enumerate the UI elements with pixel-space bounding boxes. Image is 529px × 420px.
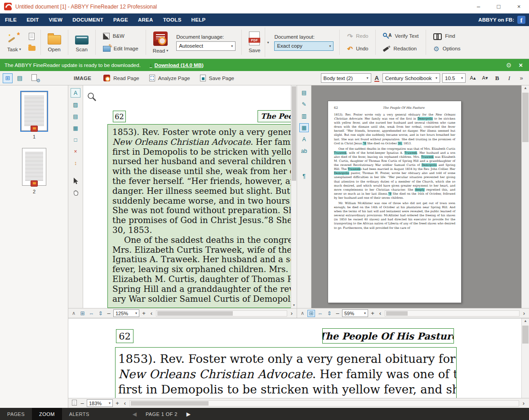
zoom-in-button[interactable]: +	[141, 310, 147, 317]
recognized-paragraph[interactable]: One of the saddest deaths in the congreg…	[334, 147, 455, 200]
task-button[interactable]: ** Task▾	[3, 27, 26, 57]
menu-item-area[interactable]: AREA	[133, 13, 158, 26]
page-thumbnail-2[interactable]	[22, 148, 46, 186]
menu-item-tools[interactable]: TOOLS	[158, 13, 187, 26]
scroll-left-icon[interactable]: ‹	[148, 310, 155, 317]
save-options-button[interactable]: ▾	[265, 27, 271, 57]
scroll-left-icon[interactable]: ‹	[122, 400, 128, 407]
text-area-tool[interactable]: A	[71, 88, 80, 98]
scroll-right-icon[interactable]: ›	[521, 310, 527, 317]
scanned-page-canvas[interactable]: 62 The People Of His Pasture 1853). Rev.…	[83, 85, 291, 308]
zoom-in-button[interactable]: +	[369, 310, 376, 317]
zoom-out-button[interactable]: –	[334, 310, 341, 317]
collapse-panel-icon[interactable]: ∧	[70, 310, 77, 316]
table-area-tool[interactable]: ▦	[71, 123, 80, 133]
delete-area-tool[interactable]: ×	[71, 147, 80, 156]
recognized-paragraph[interactable]: 1853). Rev. Foster wrote only a very gen…	[334, 113, 455, 146]
details-view-button[interactable]: ▤	[15, 73, 25, 83]
text-vertical-scrollbar[interactable]: ▴	[521, 85, 529, 308]
text-area-region[interactable]: 1853). Rev. Foster wrote only a very gen…	[107, 124, 291, 308]
page-view-icon[interactable]: ▥	[299, 112, 309, 121]
menu-item-file[interactable]: FILE	[0, 13, 22, 26]
zoom-window-zoom-select[interactable]: 183%▾	[87, 399, 113, 407]
zoom-horizontal-scrollbar[interactable]	[129, 400, 519, 407]
save-page-button[interactable]: Save Page	[195, 71, 239, 85]
running-head-area[interactable]: The People Of His Pasture	[258, 110, 291, 122]
maximize-button[interactable]: □	[489, 0, 509, 13]
scroll-up-icon[interactable]: ▴	[525, 318, 527, 323]
fit-page-icon[interactable]: ⊞	[79, 310, 86, 317]
tab-pages[interactable]: PAGES	[0, 408, 32, 420]
read-button[interactable]: Read▾	[148, 27, 173, 57]
menu-item-document[interactable]: DOCUMENT	[67, 13, 108, 26]
font-size-select[interactable]: 10.5▾	[442, 73, 466, 83]
next-page-icon[interactable]: ▶	[187, 411, 191, 417]
scroll-down-icon[interactable]: ▾	[291, 303, 297, 307]
paragraph-style-select[interactable]: Body text (2)▾	[321, 73, 371, 83]
menu-item-help[interactable]: HELP	[187, 13, 211, 26]
update-settings-gear-icon[interactable]: ⚙	[506, 62, 512, 69]
find-in-text-icon[interactable]: A	[299, 135, 309, 144]
page-number-area[interactable]: 62	[113, 111, 126, 122]
more-tools-icon[interactable]: »	[516, 73, 526, 83]
font-family-select[interactable]: Century Schoolbook▾	[382, 73, 440, 83]
options-button[interactable]: ⚙Options	[431, 43, 463, 54]
analyze-page-button[interactable]: Analyze Page	[144, 71, 195, 85]
document-language-select[interactable]: Autoselect▾	[176, 41, 236, 51]
select-tool[interactable]	[71, 176, 80, 186]
save-button[interactable]: PDF Save	[244, 27, 265, 57]
reorder-areas-tool[interactable]: ↕	[71, 158, 80, 168]
fit-page-icon[interactable]: ⊞	[307, 310, 315, 317]
export-results-icon[interactable]: ▤	[299, 88, 309, 97]
menu-item-page[interactable]: PAGE	[108, 13, 133, 26]
page-properties-button[interactable]: ⚙	[31, 74, 40, 83]
increase-font-button[interactable]: A▴	[468, 73, 478, 83]
read-page-button[interactable]: Read Page	[98, 71, 144, 85]
bold-button[interactable]: B	[492, 73, 502, 83]
find-button[interactable]: Find	[431, 31, 463, 42]
verify-text-button[interactable]: AVerify Text	[380, 31, 421, 42]
previous-page-icon[interactable]: ◀	[133, 411, 137, 417]
dismiss-notification-icon[interactable]: ×	[519, 61, 523, 69]
zoom-in-button[interactable]: +	[114, 400, 120, 407]
facebook-icon[interactable]: f	[517, 16, 525, 24]
redaction-button[interactable]: Redaction	[380, 43, 421, 54]
collapse-panel-icon[interactable]: ∧	[299, 310, 306, 316]
tab-alerts[interactable]: ALERTS	[62, 408, 97, 420]
recognized-paragraph[interactable]: Mr. William McAllister was one of those …	[334, 201, 455, 230]
scroll-up-icon[interactable]: ▴	[525, 85, 527, 90]
redo-button[interactable]: ↷Redo	[344, 31, 371, 42]
image-area-tool[interactable]: ▨	[71, 100, 80, 109]
scrollbar-thumb[interactable]	[131, 401, 209, 406]
font-properties-icon[interactable]: A	[373, 75, 380, 81]
tab-zoom[interactable]: ZOOM	[32, 408, 62, 420]
undo-button[interactable]: ↶Undo	[344, 43, 371, 54]
exact-layout-view-icon[interactable]: ▦	[299, 123, 309, 132]
recognition-area-tool[interactable]: □	[71, 135, 80, 144]
edit-image-button[interactable]: ✎Edit Image	[100, 43, 141, 54]
formatting-marks-icon[interactable]: ¶	[299, 172, 309, 181]
fit-width-icon[interactable]: ⇔	[88, 310, 95, 317]
spell-check-icon[interactable]: ab	[299, 147, 309, 156]
thumbnails-view-button[interactable]: ⊞	[3, 73, 13, 83]
pan-tool[interactable]	[71, 188, 80, 197]
zoom-window-page-icon[interactable]	[71, 400, 78, 407]
fit-height-icon[interactable]: ⇕	[325, 310, 333, 317]
document-layout-select[interactable]: Exact copy▾	[274, 41, 333, 51]
fit-height-icon[interactable]: ⇕	[97, 310, 104, 317]
fit-width-icon[interactable]: ⇔	[316, 310, 324, 317]
zoom-vertical-scrollbar[interactable]: ▴	[521, 318, 529, 398]
image-vertical-scrollbar[interactable]: ▾	[291, 85, 297, 308]
recognized-text-canvas[interactable]: 62 The People Of His Pasture 1853). Rev.…	[311, 85, 521, 308]
italic-button[interactable]: I	[504, 73, 514, 83]
scrollbar-thumb[interactable]	[157, 311, 233, 316]
background-picture-area-tool[interactable]: ▤	[71, 112, 80, 121]
scroll-right-icon[interactable]: ›	[520, 400, 527, 407]
open-recent-button[interactable]	[27, 44, 37, 53]
scrollbar-thumb[interactable]	[386, 311, 408, 316]
scrollbar-thumb[interactable]	[292, 86, 296, 181]
open-button[interactable]: Open	[43, 27, 66, 57]
scrollbar-thumb[interactable]	[522, 326, 529, 344]
zoom-out-button[interactable]: –	[79, 400, 85, 407]
recognized-page[interactable]: 62 The People Of His Pasture 1853). Rev.…	[328, 101, 462, 303]
